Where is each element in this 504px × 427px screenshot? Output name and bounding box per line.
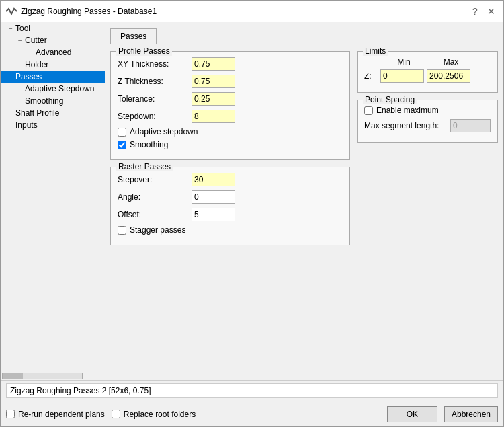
title-bar-buttons: ? ✕ bbox=[468, 5, 498, 18]
angle-input[interactable] bbox=[192, 190, 235, 204]
stepover-input[interactable] bbox=[192, 173, 235, 186]
main-content: − Tool − Cutter Advanced bbox=[1, 22, 503, 380]
app-icon bbox=[6, 6, 17, 17]
limits-min-header: Min bbox=[380, 57, 427, 67]
limits-blank bbox=[364, 57, 380, 67]
smoothing-row: Smoothing bbox=[118, 140, 343, 149]
close-button[interactable]: ✕ bbox=[485, 5, 498, 18]
z-thickness-input[interactable] bbox=[192, 75, 235, 88]
raster-passes-group: Raster Passes Stepover: Angle: Offset: bbox=[110, 167, 350, 245]
xy-thickness-input[interactable] bbox=[192, 57, 235, 71]
offset-row: Offset: bbox=[118, 208, 343, 221]
stepdown-input[interactable] bbox=[192, 110, 235, 123]
sidebar-item-cutter[interactable]: − Cutter bbox=[1, 34, 105, 46]
tolerance-input[interactable] bbox=[192, 92, 235, 106]
help-button[interactable]: ? bbox=[468, 5, 482, 18]
point-spacing-title: Point Spacing bbox=[363, 95, 417, 104]
sidebar-item-label-advanced: Advanced bbox=[36, 48, 71, 57]
content-panel: Passes Profile Passes XY Thickness: bbox=[105, 22, 503, 380]
limits-z-max-cell bbox=[427, 69, 470, 83]
stagger-passes-checkbox[interactable] bbox=[118, 226, 126, 235]
z-thickness-label: Z Thickness: bbox=[118, 77, 192, 86]
max-segment-length-input[interactable] bbox=[450, 119, 491, 132]
sidebar-item-label-tool: Tool bbox=[15, 24, 30, 33]
sidebar-item-smoothing[interactable]: Smoothing bbox=[1, 95, 105, 107]
replace-root-checkbox[interactable] bbox=[112, 410, 120, 418]
point-spacing-group: Point Spacing Enable maximum Max segment… bbox=[357, 100, 498, 143]
offset-label: Offset: bbox=[118, 210, 192, 219]
adaptive-stepdown-checkbox[interactable] bbox=[118, 128, 126, 137]
xy-thickness-row: XY Thickness: bbox=[118, 57, 343, 71]
z-thickness-row: Z Thickness: bbox=[118, 75, 343, 88]
stepover-label: Stepover: bbox=[118, 175, 192, 184]
limits-z-min-cell bbox=[380, 69, 424, 83]
rerun-checkbox[interactable] bbox=[6, 410, 15, 418]
enable-max-checkbox[interactable] bbox=[364, 106, 373, 115]
status-bar: Zigzag Roughing Passes 2 [52x6, 0.75] bbox=[1, 380, 503, 401]
limits-max-header: Max bbox=[427, 57, 474, 67]
offset-input[interactable] bbox=[192, 208, 235, 221]
tolerance-row: Tolerance: bbox=[118, 92, 343, 106]
sidebar-item-label-cutter: Cutter bbox=[25, 36, 47, 45]
tree-h-scrollbar-thumb[interactable] bbox=[3, 373, 23, 379]
sidebar-item-passes[interactable]: Passes bbox=[1, 71, 105, 83]
cancel-button[interactable]: Abbrechen bbox=[444, 406, 498, 422]
rerun-label-container: Re-run dependent plans bbox=[6, 410, 105, 419]
sidebar-item-label-shaft: Shaft Profile bbox=[15, 108, 59, 118]
limits-group: Limits Min Max Z: bbox=[357, 51, 498, 93]
stagger-passes-label: Stagger passes bbox=[130, 225, 185, 235]
replace-root-label-container: Replace root folders bbox=[112, 410, 196, 419]
tab-bar: Passes bbox=[110, 28, 498, 44]
sidebar-item-holder[interactable]: Holder bbox=[1, 59, 105, 71]
replace-root-label: Replace root folders bbox=[124, 410, 196, 419]
status-text: Zigzag Roughing Passes 2 [52x6, 0.75] bbox=[6, 383, 498, 398]
tree-panel: − Tool − Cutter Advanced bbox=[1, 22, 105, 371]
left-section: Profile Passes XY Thickness: Z Thickness… bbox=[110, 51, 350, 375]
smoothing-checkbox[interactable] bbox=[118, 141, 126, 149]
tree-h-scrollbar[interactable] bbox=[2, 373, 83, 379]
tab-content-passes: Profile Passes XY Thickness: Z Thickness… bbox=[110, 44, 498, 375]
tree-expander-tool[interactable]: − bbox=[6, 25, 15, 32]
angle-row: Angle: bbox=[118, 190, 343, 204]
profile-passes-group: Profile Passes XY Thickness: Z Thickness… bbox=[110, 51, 350, 160]
tolerance-label: Tolerance: bbox=[118, 94, 192, 104]
sidebar-item-label-passes: Passes bbox=[15, 72, 42, 81]
stagger-passes-row: Stagger passes bbox=[118, 225, 343, 235]
sidebar-item-label-smoothing: Smoothing bbox=[25, 96, 63, 106]
window-title: Zigzag Roughing Passes - Database1 bbox=[21, 7, 157, 16]
stepdown-label: Stepdown: bbox=[118, 112, 192, 121]
limits-z-row: Z: bbox=[364, 69, 491, 83]
sidebar-item-label-holder: Holder bbox=[25, 60, 48, 69]
raster-passes-title: Raster Passes bbox=[116, 162, 173, 171]
enable-max-row: Enable maximum bbox=[364, 106, 491, 115]
sidebar-item-tool[interactable]: − Tool bbox=[1, 22, 105, 34]
stepdown-row: Stepdown: bbox=[118, 110, 343, 123]
tab-passes-label: Passes bbox=[120, 32, 146, 41]
sidebar-item-advanced[interactable]: Advanced bbox=[1, 46, 105, 59]
enable-max-label: Enable maximum bbox=[376, 106, 439, 115]
adaptive-stepdown-row: Adaptive stepdown bbox=[118, 127, 343, 137]
ok-button[interactable]: OK bbox=[387, 406, 437, 422]
limits-z-min-input[interactable] bbox=[380, 69, 424, 83]
sidebar-item-adaptive-stepdown[interactable]: Adaptive Stepdown bbox=[1, 83, 105, 95]
right-section: Limits Min Max Z: bbox=[357, 51, 498, 375]
max-segment-length-row: Max segment length: bbox=[364, 119, 491, 132]
title-bar: Zigzag Roughing Passes - Database1 ? ✕ bbox=[1, 1, 503, 22]
tab-passes[interactable]: Passes bbox=[110, 28, 157, 44]
angle-label: Angle: bbox=[118, 192, 192, 202]
sidebar-item-shaft-profile[interactable]: Shaft Profile bbox=[1, 107, 105, 119]
sidebar-item-inputs[interactable]: Inputs bbox=[1, 119, 105, 131]
tree-scrollbar-area bbox=[1, 371, 105, 380]
smoothing-label: Smoothing bbox=[130, 140, 168, 149]
footer-left: Re-run dependent plans Replace root fold… bbox=[6, 410, 380, 419]
limits-title: Limits bbox=[363, 46, 388, 56]
tree-expander-cutter[interactable]: − bbox=[15, 37, 25, 44]
rerun-label: Re-run dependent plans bbox=[18, 410, 105, 419]
tree-panel-wrapper: − Tool − Cutter Advanced bbox=[1, 22, 105, 380]
limits-z-max-input[interactable] bbox=[427, 69, 470, 83]
sidebar-item-label-adaptive: Adaptive Stepdown bbox=[25, 84, 94, 93]
limits-z-label: Z: bbox=[364, 71, 380, 81]
stepover-row: Stepover: bbox=[118, 173, 343, 186]
main-window: Zigzag Roughing Passes - Database1 ? ✕ −… bbox=[0, 0, 504, 427]
sidebar-item-label-inputs: Inputs bbox=[15, 120, 38, 130]
